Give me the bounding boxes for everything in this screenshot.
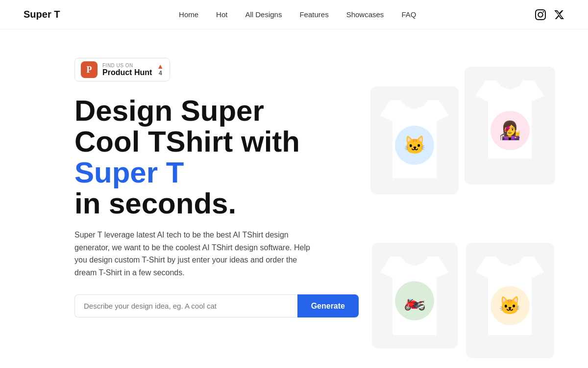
left-column: P FIND US ON Product Hunt ▲ 4 Design Sup… <box>74 53 359 368</box>
nav-home[interactable]: Home <box>179 10 198 19</box>
tshirt-card-1: 🐱 <box>370 86 459 194</box>
product-hunt-badge[interactable]: P FIND US ON Product Hunt ▲ 4 <box>74 58 170 81</box>
design-cat2: 🐱 <box>490 286 530 325</box>
ph-text: FIND US ON Product Hunt <box>102 63 152 77</box>
ph-find-text: FIND US ON <box>102 63 152 68</box>
tshirt-card-3: 🏍️ <box>372 243 458 348</box>
headline-blue: Super T <box>74 156 184 189</box>
nav-hot[interactable]: Hot <box>216 10 227 19</box>
nav-links: Home Hot All Designs Features Showcases … <box>179 10 416 19</box>
nav-all-designs[interactable]: All Designs <box>245 10 282 19</box>
headline-line2: Cool TShirt with <box>74 126 359 157</box>
design-input-row: Generate <box>74 294 359 317</box>
headline-line4: in seconds. <box>74 188 359 219</box>
generate-button[interactable]: Generate <box>297 294 359 317</box>
navbar: Super T Home Hot All Designs Features Sh… <box>0 0 588 29</box>
tshirt-card-2: 👩‍🎤 <box>465 67 555 184</box>
main-content: P FIND US ON Product Hunt ▲ 4 Design Sup… <box>0 29 588 368</box>
nav-showcases[interactable]: Showcases <box>346 10 384 19</box>
design-girl: 👩‍🎤 <box>490 111 530 150</box>
ph-arrow-icon: ▲ <box>157 63 164 70</box>
twitter-icon[interactable] <box>554 9 564 20</box>
instagram-icon[interactable] <box>535 9 546 20</box>
headline-line1: Design Super <box>74 95 359 126</box>
nav-features[interactable]: Features <box>299 10 328 19</box>
nav-faq[interactable]: FAQ <box>401 10 416 19</box>
tshirt-grid: 🐱 👩‍🎤 🏍️ 🐱 <box>359 53 567 368</box>
hero-description: Super T leverage latest AI tech to be th… <box>74 229 319 279</box>
design-bike: 🏍️ <box>395 281 434 320</box>
ph-product-name: Product Hunt <box>102 68 152 77</box>
design-cat: 🐱 <box>395 126 434 165</box>
ph-count: 4 <box>159 70 162 77</box>
design-input[interactable] <box>74 294 297 317</box>
tshirt-card-4: 🐱 <box>466 243 554 358</box>
nav-social-icons <box>535 9 564 20</box>
hero-headline: Design Super Cool TShirt with Super T in… <box>74 95 359 219</box>
ph-icon: P <box>81 61 98 78</box>
logo[interactable]: Super T <box>24 9 60 20</box>
ph-upvote: ▲ 4 <box>157 63 164 77</box>
